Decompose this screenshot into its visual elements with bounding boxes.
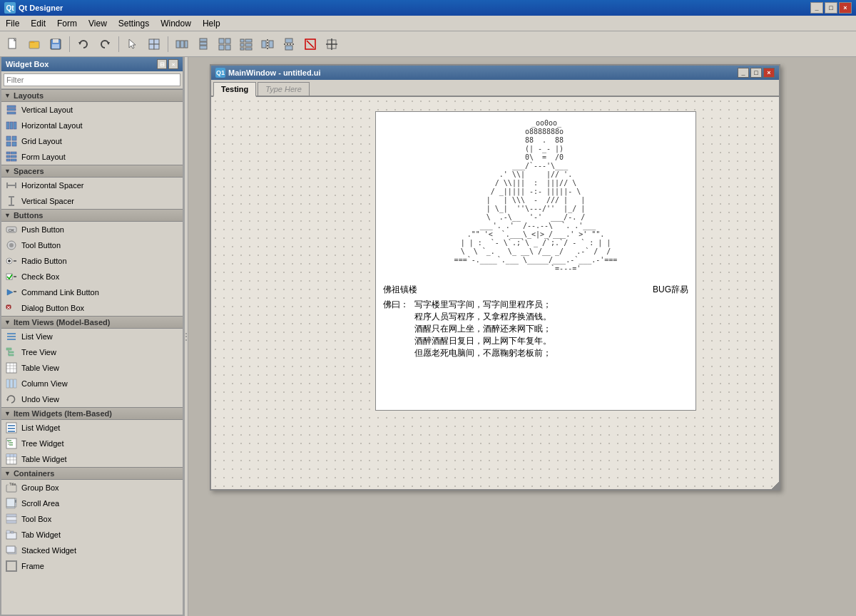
section-item-views-arrow: ▼ xyxy=(4,319,11,326)
chinese-content: 佛祖镇楼 BUG辞易 佛曰： 写字楼里写字间，写字间里程序员； 程序人员写程序，… xyxy=(383,284,688,359)
svg-rect-125 xyxy=(6,546,15,553)
menu-window[interactable]: Window xyxy=(155,17,197,30)
section-buttons[interactable]: ▼ Buttons xyxy=(1,209,183,222)
push-button-icon: OK xyxy=(6,224,17,235)
widget-item-horizontal-spacer[interactable]: Horizontal Spacer xyxy=(1,178,183,193)
widget-item-vertical-layout[interactable]: Vertical Layout xyxy=(1,102,183,118)
svg-rect-12 xyxy=(176,41,180,48)
svg-rect-76 xyxy=(7,336,16,337)
svg-rect-19 xyxy=(225,38,230,43)
grid-layout-label: Grid Layout xyxy=(21,137,62,145)
design-canvas[interactable]: _oo0oo_ o8888888o 88 . 88 (| -_- |) 0\ =… xyxy=(211,97,779,489)
svg-rect-54 xyxy=(11,159,16,161)
widget-item-frame[interactable]: Frame xyxy=(1,558,183,574)
section-layouts[interactable]: ▼ Layouts xyxy=(1,89,183,102)
widget-item-group-box[interactable]: Title Group Box xyxy=(1,480,183,496)
menu-file[interactable]: File xyxy=(0,17,25,30)
form-layout-label: Form Layout xyxy=(21,153,66,161)
svg-text:OK: OK xyxy=(9,228,15,232)
svg-rect-25 xyxy=(245,43,252,46)
adjust-size-button[interactable] xyxy=(322,34,342,54)
layout-form-button[interactable] xyxy=(236,34,256,54)
svg-rect-78 xyxy=(6,348,11,350)
designer-window-close[interactable]: × xyxy=(763,68,775,78)
designer-window-title: Q1 MainWindow - untitled.ui _ □ × xyxy=(211,66,779,80)
svg-rect-88 xyxy=(6,379,9,388)
new-button[interactable] xyxy=(3,34,23,54)
tab-testing[interactable]: Testing xyxy=(213,82,256,97)
widget-item-column-view[interactable]: Column View xyxy=(1,376,183,391)
menu-settings[interactable]: Settings xyxy=(113,17,155,30)
layout-h-button[interactable] xyxy=(172,34,192,54)
widget-item-dialog-button-box[interactable]: Dialog Button Box xyxy=(1,300,183,316)
designer-window-icon: Q1 xyxy=(215,68,225,78)
designer-window-resize-handle[interactable] xyxy=(772,482,779,489)
svg-rect-94 xyxy=(8,428,15,429)
widget-item-table-widget[interactable]: Table Widget xyxy=(1,451,183,467)
close-button[interactable]: × xyxy=(839,2,852,14)
redo-button[interactable] xyxy=(95,34,115,54)
tab-order-button[interactable] xyxy=(144,34,164,54)
widget-box-controls: ⊟ × xyxy=(157,59,178,69)
maximize-button[interactable]: □ xyxy=(825,2,837,14)
svg-rect-99 xyxy=(9,442,13,443)
tree-view-icon xyxy=(6,346,17,358)
layout-grid-button[interactable] xyxy=(215,34,235,54)
horizontal-layout-label: Horizontal Layout xyxy=(21,121,83,130)
menu-edit[interactable]: Edit xyxy=(25,17,51,30)
widget-box-float-button[interactable]: ⊟ xyxy=(157,59,167,69)
widget-box-filter-area xyxy=(1,71,183,89)
widget-item-stacked-widget[interactable]: Stacked Widget xyxy=(1,543,183,558)
section-item-views[interactable]: ▼ Item Views (Model-Based) xyxy=(1,316,183,329)
widget-item-push-button[interactable]: OK Push Button xyxy=(1,222,183,237)
widget-item-horizontal-layout[interactable]: Horizontal Layout xyxy=(1,118,183,133)
designer-window-minimize[interactable]: _ xyxy=(738,68,749,78)
widget-item-command-link-button[interactable]: Command Link Button xyxy=(1,284,183,300)
widget-item-undo-view[interactable]: Undo View xyxy=(1,391,183,407)
widget-box-filter-input[interactable] xyxy=(4,73,180,86)
widget-item-radio-button[interactable]: Radio Button xyxy=(1,253,183,269)
section-spacers[interactable]: ▼ Spacers xyxy=(1,165,183,178)
section-containers[interactable]: ▼ Containers xyxy=(1,467,183,480)
widget-box-close-button[interactable]: × xyxy=(168,59,178,69)
command-link-button-icon xyxy=(6,287,17,298)
svg-rect-41 xyxy=(7,112,16,114)
save-button[interactable] xyxy=(46,34,66,54)
table-widget-icon xyxy=(6,453,17,465)
break-layout-button[interactable] xyxy=(300,34,320,54)
canvas-area: Q1 MainWindow - untitled.ui _ □ × Testin… xyxy=(188,57,856,616)
pointer-button[interactable] xyxy=(123,34,143,54)
minimize-button[interactable]: _ xyxy=(810,2,823,14)
widget-item-check-box[interactable]: Check Box xyxy=(1,269,183,284)
horizontal-layout-icon xyxy=(6,120,17,131)
svg-rect-27 xyxy=(245,48,252,50)
layout-splitter-h-button[interactable] xyxy=(258,34,277,54)
section-item-widgets[interactable]: ▼ Item Widgets (Item-Based) xyxy=(1,407,183,420)
layout-splitter-v-button[interactable] xyxy=(279,34,299,54)
widget-item-vertical-spacer[interactable]: Vertical Spacer xyxy=(1,193,183,209)
tab-type-here[interactable]: Type Here xyxy=(258,82,310,96)
undo-button[interactable] xyxy=(73,34,93,54)
svg-rect-97 xyxy=(7,440,11,441)
list-widget-icon xyxy=(6,422,17,433)
widget-item-form-layout[interactable]: Form Layout xyxy=(1,149,183,165)
menu-help[interactable]: Help xyxy=(197,17,226,30)
widget-item-table-view[interactable]: Table View xyxy=(1,360,183,376)
menu-view[interactable]: View xyxy=(83,17,113,30)
widget-item-tool-button[interactable]: Tool Button xyxy=(1,237,183,253)
widget-item-tab-widget[interactable]: Tab Widget xyxy=(1,527,183,543)
widget-item-list-view[interactable]: List View xyxy=(1,329,183,344)
widget-item-tree-widget[interactable]: Tree Widget xyxy=(1,436,183,451)
widget-item-tree-view[interactable]: Tree View xyxy=(1,344,183,360)
widget-item-grid-layout[interactable]: Grid Layout xyxy=(1,133,183,149)
designer-window-maximize[interactable]: □ xyxy=(750,68,762,78)
widget-item-tool-box[interactable]: Tool Box xyxy=(1,511,183,527)
widget-item-scroll-area[interactable]: Scroll Area xyxy=(1,496,183,511)
svg-rect-40 xyxy=(7,108,16,111)
layout-v-button[interactable] xyxy=(193,34,213,54)
widget-item-list-widget[interactable]: List Widget xyxy=(1,420,183,436)
open-button[interactable] xyxy=(24,34,44,54)
menu-form[interactable]: Form xyxy=(51,17,83,30)
svg-rect-23 xyxy=(245,39,252,42)
svg-rect-21 xyxy=(225,45,230,50)
